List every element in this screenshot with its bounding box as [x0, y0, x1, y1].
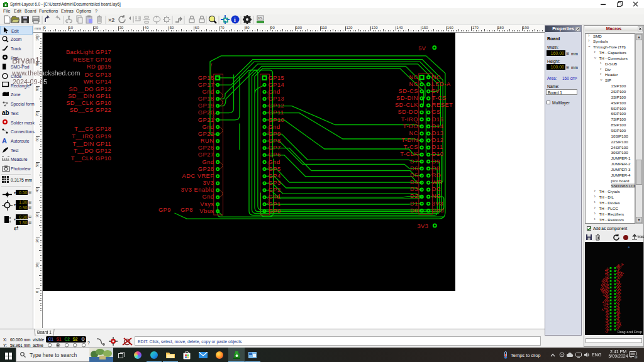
svg-text:T-DIN: T-DIN	[401, 137, 418, 143]
svg-text:GP18: GP18	[198, 96, 214, 102]
svg-text:NC: NC	[409, 74, 418, 80]
svg-text:SD__CS GP22: SD__CS GP22	[70, 106, 111, 113]
svg-text:GP11: GP11	[269, 109, 284, 116]
svg-text:D1: D1	[410, 200, 418, 206]
svg-text:GP0: GP0	[269, 207, 281, 214]
svg-text:D14: D14	[432, 123, 444, 129]
svg-text:T__IRQ GP19: T__IRQ GP19	[72, 133, 111, 140]
svg-text:WR: WR	[432, 179, 443, 185]
svg-text:NC: NC	[432, 193, 441, 199]
svg-text:D7: D7	[410, 158, 418, 164]
svg-text:Gnd: Gnd	[202, 123, 214, 129]
svg-text:GP22: GP22	[198, 130, 214, 136]
svg-text:T-IRQ: T-IRQ	[401, 116, 418, 122]
svg-text:D3: D3	[410, 186, 418, 192]
svg-text:Gnd: Gnd	[269, 88, 280, 94]
svg-text:SD-DO: SD-DO	[398, 109, 418, 115]
svg-text:T__CS GP18: T__CS GP18	[74, 124, 111, 131]
svg-text:GP1: GP1	[269, 200, 281, 207]
svg-text:GP26: GP26	[198, 145, 214, 151]
svg-text:D4: D4	[410, 179, 418, 185]
svg-text:Vsys: Vsys	[200, 200, 214, 207]
svg-text:5V: 5V	[418, 45, 426, 51]
svg-text:×2: ×2	[108, 17, 114, 23]
svg-text:Gnd: Gnd	[269, 158, 280, 165]
svg-text:3V3 Enable: 3V3 Enable	[180, 187, 214, 193]
svg-text:D15: D15	[432, 116, 444, 122]
svg-text:3V3: 3V3	[417, 222, 428, 229]
svg-text:T-CS: T-CS	[404, 144, 418, 150]
svg-text:T-DO: T-DO	[403, 123, 418, 129]
svg-text:NC: NC	[432, 74, 441, 80]
svg-text:CS: CS	[432, 109, 441, 115]
svg-text:SD__DIN GP11: SD__DIN GP11	[68, 92, 111, 99]
svg-text:Drag and Drop: Drag and Drop	[618, 330, 643, 334]
svg-text:DC GP13: DC GP13	[85, 70, 111, 77]
svg-text:GP19: GP19	[198, 102, 214, 109]
svg-text:LED-A: LED-A	[432, 80, 451, 87]
svg-text:D2: D2	[410, 193, 418, 199]
svg-text:RESET: RESET	[432, 102, 453, 108]
svg-text:GP8: GP8	[269, 138, 281, 144]
svg-text:RUN: RUN	[201, 138, 214, 144]
svg-text:3V3: 3V3	[203, 180, 214, 186]
svg-text:RD: RD	[432, 172, 441, 178]
svg-text:GP4: GP4	[269, 172, 281, 178]
svg-text:GP7: GP7	[269, 145, 281, 151]
svg-text:A: A	[2, 137, 7, 144]
svg-text:D12: D12	[432, 137, 444, 143]
svg-text:GP3: GP3	[269, 180, 281, 186]
svg-text:SD__DO GP12: SD__DO GP12	[69, 85, 111, 92]
svg-text:D11: D11	[432, 144, 443, 150]
svg-text:GP15: GP15	[269, 74, 285, 80]
svg-text:T__DIN GP11: T__DIN GP11	[73, 140, 111, 146]
svg-text:Gnd: Gnd	[202, 88, 214, 94]
svg-text:GP16: GP16	[198, 74, 214, 80]
svg-text:SPL: SPL	[258, 16, 263, 19]
svg-text:ab: ab	[2, 109, 9, 116]
svg-text:NC: NC	[409, 129, 418, 136]
svg-text:D5: D5	[410, 172, 418, 178]
svg-text:SD-CS: SD-CS	[399, 87, 418, 94]
svg-text:D13: D13	[432, 129, 444, 136]
svg-text:Gnd: Gnd	[202, 194, 214, 200]
svg-text:GP27: GP27	[198, 151, 214, 158]
svg-text:DC: DC	[432, 186, 441, 192]
svg-text:T-CS: T-CS	[432, 95, 447, 101]
svg-text:ADC VREF: ADC VREF	[182, 172, 214, 178]
svg-text:GP10: GP10	[269, 116, 285, 123]
svg-text:D0: D0	[410, 207, 418, 213]
svg-text:Vbus: Vbus	[199, 207, 214, 214]
svg-text:GP21: GP21	[198, 116, 214, 123]
svg-text:D8: D8	[432, 165, 440, 171]
svg-text:GP28: GP28	[198, 165, 214, 172]
svg-text:T__CLK GP10: T__CLK GP10	[71, 154, 111, 161]
svg-text:GP20: GP20	[198, 109, 214, 116]
svg-text:GP8: GP8	[180, 207, 193, 213]
svg-text:SD-DIN: SD-DIN	[396, 95, 418, 101]
svg-text:D9: D9	[432, 158, 440, 164]
svg-text:SD__CLK GP10: SD__CLK GP10	[66, 99, 111, 106]
svg-text:RESET GP16: RESET GP16	[73, 55, 111, 62]
svg-text:BackLight GP17: BackLight GP17	[66, 48, 111, 55]
svg-text:5V: 5V	[432, 87, 440, 94]
svg-text:SD-CLK: SD-CLK	[395, 102, 418, 108]
svg-text:T-CLK: T-CLK	[400, 151, 418, 157]
svg-text:GP6: GP6	[269, 151, 281, 158]
svg-text:Gnd: Gnd	[202, 158, 214, 165]
svg-text:Gnd: Gnd	[269, 194, 280, 200]
svg-text:GP14: GP14	[269, 81, 285, 87]
svg-text:Gnd: Gnd	[432, 207, 444, 213]
svg-text:NC: NC	[409, 80, 418, 87]
svg-text:D6: D6	[410, 165, 418, 171]
svg-text:GP17: GP17	[198, 81, 214, 87]
svg-text:GP9: GP9	[158, 207, 171, 213]
svg-text:GP9: GP9	[269, 130, 281, 136]
svg-text:T__DO GP12: T__DO GP12	[74, 147, 111, 154]
svg-text:3V3: 3V3	[432, 200, 443, 206]
svg-text:GP12: GP12	[269, 102, 285, 109]
svg-text:Gnd: Gnd	[269, 123, 280, 129]
svg-text:GP2: GP2	[269, 187, 281, 193]
svg-text:GP13: GP13	[269, 96, 285, 102]
svg-text:WR GP14: WR GP14	[84, 78, 111, 85]
